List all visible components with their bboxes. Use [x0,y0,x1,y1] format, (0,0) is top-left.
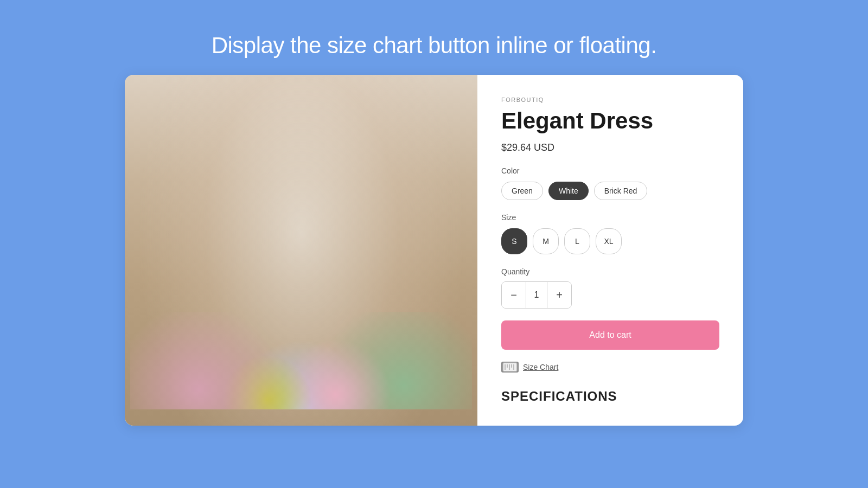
product-image-area [125,75,477,426]
product-card: FORBOUTIQ Elegant Dress $29.64 USD Color… [125,75,743,426]
flower-decoration [130,312,472,409]
product-price: $29.64 USD [501,142,719,153]
page-headline: Display the size chart button inline or … [212,33,657,59]
add-to-cart-button[interactable]: Add to cart [501,320,719,350]
size-chart-text: Size Chart [523,363,558,371]
brand-name: FORBOUTIQ [501,97,719,103]
quantity-value: 1 [526,282,547,308]
size-chart-link[interactable]: Size Chart [501,362,719,373]
size-label: Size [501,213,719,222]
quantity-decrease-button[interactable]: − [502,282,526,308]
product-title: Elegant Dress [501,108,719,133]
size-chart-icon [501,362,519,373]
quantity-increase-button[interactable]: + [547,282,571,308]
size-btn-l[interactable]: L [564,228,590,254]
product-details-panel: FORBOUTIQ Elegant Dress $29.64 USD Color… [477,75,743,426]
size-options: S M L XL [501,228,719,254]
size-btn-s[interactable]: S [501,228,527,254]
specifications-title: SPECIFICATIONS [501,389,719,404]
size-btn-m[interactable]: M [533,228,559,254]
color-btn-green[interactable]: Green [501,182,543,200]
color-btn-brick-red[interactable]: Brick Red [594,182,648,200]
quantity-label: Quantity [501,267,719,276]
quantity-control: − 1 + [501,281,572,309]
size-btn-xl[interactable]: XL [596,228,622,254]
color-options: Green White Brick Red [501,182,719,200]
color-btn-white[interactable]: White [548,182,589,200]
color-label: Color [501,166,719,175]
